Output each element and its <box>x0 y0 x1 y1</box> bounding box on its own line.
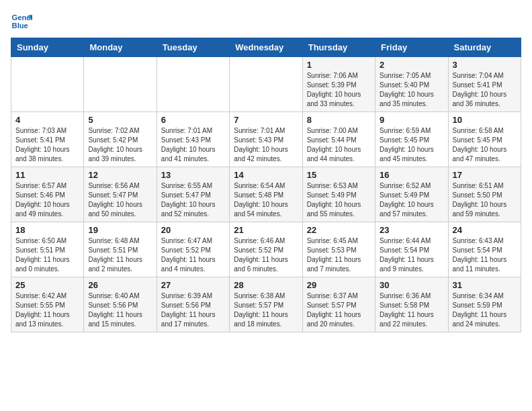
day-number: 6 <box>161 115 225 125</box>
calendar-cell: 17Sunrise: 6:51 AMSunset: 5:50 PMDayligh… <box>448 167 521 222</box>
svg-text:Blue: Blue <box>12 21 28 30</box>
calendar-body: 1Sunrise: 7:06 AMSunset: 5:39 PMDaylight… <box>11 57 521 332</box>
header-cell-friday: Friday <box>375 38 448 57</box>
calendar-cell: 2Sunrise: 7:05 AMSunset: 5:40 PMDaylight… <box>375 57 448 112</box>
calendar-cell: 9Sunrise: 6:59 AMSunset: 5:45 PMDaylight… <box>375 112 448 167</box>
calendar-table: SundayMondayTuesdayWednesdayThursdayFrid… <box>11 38 521 332</box>
day-info: Sunrise: 6:40 AMSunset: 5:56 PMDaylight:… <box>88 291 152 329</box>
day-number: 11 <box>15 170 79 180</box>
day-info: Sunrise: 6:42 AMSunset: 5:55 PMDaylight:… <box>15 291 79 329</box>
calendar-cell: 29Sunrise: 6:37 AMSunset: 5:57 PMDayligh… <box>302 277 375 332</box>
day-number: 24 <box>453 225 517 235</box>
page-header: General Blue <box>11 11 521 32</box>
day-number: 3 <box>453 60 517 70</box>
calendar-cell: 24Sunrise: 6:43 AMSunset: 5:54 PMDayligh… <box>448 222 521 277</box>
day-number: 12 <box>88 170 152 180</box>
day-number: 14 <box>234 170 298 180</box>
calendar-cell: 25Sunrise: 6:42 AMSunset: 5:55 PMDayligh… <box>11 277 84 332</box>
day-number: 19 <box>88 225 152 235</box>
day-info: Sunrise: 6:36 AMSunset: 5:58 PMDaylight:… <box>380 291 443 329</box>
week-row-1: 1Sunrise: 7:06 AMSunset: 5:39 PMDaylight… <box>11 57 521 112</box>
header-cell-sunday: Sunday <box>11 38 84 57</box>
day-number: 4 <box>15 115 79 125</box>
day-info: Sunrise: 6:43 AMSunset: 5:54 PMDaylight:… <box>453 236 517 274</box>
day-info: Sunrise: 6:45 AMSunset: 5:53 PMDaylight:… <box>307 236 371 274</box>
day-number: 30 <box>380 280 443 290</box>
day-info: Sunrise: 6:54 AMSunset: 5:48 PMDaylight:… <box>234 181 298 219</box>
logo-icon: General Blue <box>11 11 32 32</box>
calendar-cell: 18Sunrise: 6:50 AMSunset: 5:51 PMDayligh… <box>11 222 84 277</box>
calendar-cell: 7Sunrise: 7:01 AMSunset: 5:43 PMDaylight… <box>230 112 302 167</box>
day-info: Sunrise: 6:39 AMSunset: 5:56 PMDaylight:… <box>161 291 225 329</box>
day-info: Sunrise: 7:06 AMSunset: 5:39 PMDaylight:… <box>307 71 371 109</box>
day-number: 8 <box>307 115 371 125</box>
day-number: 10 <box>453 115 517 125</box>
week-row-3: 11Sunrise: 6:57 AMSunset: 5:46 PMDayligh… <box>11 167 521 222</box>
calendar-cell <box>84 57 157 112</box>
day-number: 1 <box>307 60 371 70</box>
day-number: 31 <box>453 280 517 290</box>
calendar-cell: 14Sunrise: 6:54 AMSunset: 5:48 PMDayligh… <box>230 167 302 222</box>
day-info: Sunrise: 6:56 AMSunset: 5:47 PMDaylight:… <box>88 181 152 219</box>
calendar-cell: 5Sunrise: 7:02 AMSunset: 5:42 PMDaylight… <box>84 112 157 167</box>
calendar-cell: 22Sunrise: 6:45 AMSunset: 5:53 PMDayligh… <box>302 222 375 277</box>
day-info: Sunrise: 6:57 AMSunset: 5:46 PMDaylight:… <box>15 181 79 219</box>
day-info: Sunrise: 6:46 AMSunset: 5:52 PMDaylight:… <box>234 236 298 274</box>
calendar-cell: 8Sunrise: 7:00 AMSunset: 5:44 PMDaylight… <box>302 112 375 167</box>
day-info: Sunrise: 6:51 AMSunset: 5:50 PMDaylight:… <box>453 181 517 219</box>
calendar-cell: 16Sunrise: 6:52 AMSunset: 5:49 PMDayligh… <box>375 167 448 222</box>
day-number: 21 <box>234 225 298 235</box>
day-info: Sunrise: 7:02 AMSunset: 5:42 PMDaylight:… <box>88 126 152 164</box>
day-info: Sunrise: 6:53 AMSunset: 5:49 PMDaylight:… <box>307 181 371 219</box>
day-info: Sunrise: 6:59 AMSunset: 5:45 PMDaylight:… <box>380 126 443 164</box>
day-number: 22 <box>307 225 371 235</box>
day-info: Sunrise: 6:50 AMSunset: 5:51 PMDaylight:… <box>15 236 79 274</box>
day-info: Sunrise: 7:04 AMSunset: 5:41 PMDaylight:… <box>453 71 517 109</box>
calendar-cell: 27Sunrise: 6:39 AMSunset: 5:56 PMDayligh… <box>157 277 229 332</box>
week-row-5: 25Sunrise: 6:42 AMSunset: 5:55 PMDayligh… <box>11 277 521 332</box>
header-cell-saturday: Saturday <box>448 38 521 57</box>
day-number: 5 <box>88 115 152 125</box>
calendar-cell <box>11 57 84 112</box>
header-cell-thursday: Thursday <box>302 38 375 57</box>
day-number: 9 <box>380 115 443 125</box>
day-info: Sunrise: 7:03 AMSunset: 5:41 PMDaylight:… <box>15 126 79 164</box>
day-number: 2 <box>380 60 443 70</box>
day-info: Sunrise: 6:38 AMSunset: 5:57 PMDaylight:… <box>234 291 298 329</box>
day-number: 26 <box>88 280 152 290</box>
day-number: 27 <box>161 280 225 290</box>
calendar-cell: 4Sunrise: 7:03 AMSunset: 5:41 PMDaylight… <box>11 112 84 167</box>
calendar-cell: 20Sunrise: 6:47 AMSunset: 5:52 PMDayligh… <box>157 222 229 277</box>
header-cell-tuesday: Tuesday <box>157 38 229 57</box>
calendar-header: SundayMondayTuesdayWednesdayThursdayFrid… <box>11 38 521 57</box>
day-number: 29 <box>307 280 371 290</box>
day-number: 18 <box>15 225 79 235</box>
week-row-4: 18Sunrise: 6:50 AMSunset: 5:51 PMDayligh… <box>11 222 521 277</box>
calendar-cell: 10Sunrise: 6:58 AMSunset: 5:45 PMDayligh… <box>448 112 521 167</box>
calendar-cell: 21Sunrise: 6:46 AMSunset: 5:52 PMDayligh… <box>230 222 302 277</box>
day-info: Sunrise: 7:00 AMSunset: 5:44 PMDaylight:… <box>307 126 371 164</box>
day-info: Sunrise: 6:47 AMSunset: 5:52 PMDaylight:… <box>161 236 225 274</box>
day-number: 28 <box>234 280 298 290</box>
calendar-cell: 23Sunrise: 6:44 AMSunset: 5:54 PMDayligh… <box>375 222 448 277</box>
day-number: 15 <box>307 170 371 180</box>
week-row-2: 4Sunrise: 7:03 AMSunset: 5:41 PMDaylight… <box>11 112 521 167</box>
header-cell-monday: Monday <box>84 38 157 57</box>
calendar-cell: 30Sunrise: 6:36 AMSunset: 5:58 PMDayligh… <box>375 277 448 332</box>
logo: General Blue <box>11 11 32 32</box>
calendar-cell: 3Sunrise: 7:04 AMSunset: 5:41 PMDaylight… <box>448 57 521 112</box>
calendar-cell: 15Sunrise: 6:53 AMSunset: 5:49 PMDayligh… <box>302 167 375 222</box>
day-info: Sunrise: 7:05 AMSunset: 5:40 PMDaylight:… <box>380 71 443 109</box>
calendar-cell <box>230 57 302 112</box>
calendar-cell: 12Sunrise: 6:56 AMSunset: 5:47 PMDayligh… <box>84 167 157 222</box>
day-info: Sunrise: 6:55 AMSunset: 5:47 PMDaylight:… <box>161 181 225 219</box>
day-number: 7 <box>234 115 298 125</box>
day-number: 17 <box>453 170 517 180</box>
header-cell-wednesday: Wednesday <box>230 38 302 57</box>
day-number: 13 <box>161 170 225 180</box>
day-number: 23 <box>380 225 443 235</box>
day-info: Sunrise: 6:37 AMSunset: 5:57 PMDaylight:… <box>307 291 371 329</box>
day-number: 20 <box>161 225 225 235</box>
calendar-cell: 1Sunrise: 7:06 AMSunset: 5:39 PMDaylight… <box>302 57 375 112</box>
calendar-cell: 31Sunrise: 6:34 AMSunset: 5:59 PMDayligh… <box>448 277 521 332</box>
